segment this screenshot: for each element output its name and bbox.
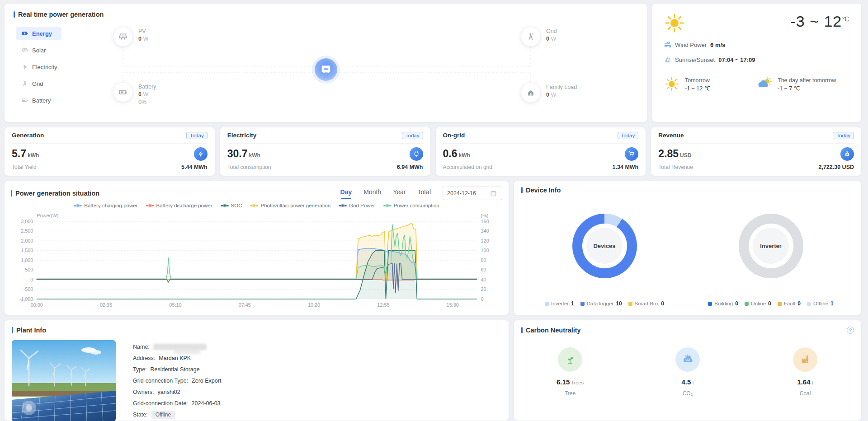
legend-marker	[74, 205, 82, 206]
devices-donut-legend: Inverter1 Data logger10 Smart Box0	[521, 298, 688, 309]
menu-item-energy[interactable]: Energy	[16, 27, 61, 40]
legend-pv-generation[interactable]: Photovoltaic power generation	[250, 203, 330, 208]
temperature-range: -3 ~ 12℃	[790, 13, 849, 30]
legend-swatch	[545, 302, 549, 306]
cart-icon	[625, 147, 638, 161]
inverter-donut-wrap: Inverter	[688, 194, 854, 298]
inverter-donut-center-label: Inverter	[753, 228, 789, 264]
tree-label: Tree	[565, 390, 576, 397]
help-icon[interactable]: ?	[847, 327, 854, 334]
devices-donut-wrap: Devices	[521, 194, 688, 298]
generation-line-chart[interactable]: Power(W)(%)3,0001602,5001402,0001201,500…	[11, 213, 502, 309]
forecast-day-after: The day after tomorrow -1 ~ 7 ℃	[757, 76, 849, 92]
svg-text:80: 80	[481, 257, 486, 263]
today-badge[interactable]: Today	[618, 132, 639, 139]
svg-text:0: 0	[481, 296, 484, 302]
battery-icon	[22, 97, 28, 103]
svg-text:500: 500	[25, 267, 33, 273]
svg-text:2,000: 2,000	[21, 238, 33, 243]
legend-data-logger[interactable]: Data logger10	[580, 300, 622, 307]
menu-item-battery[interactable]: Battery	[16, 94, 61, 107]
plug-bolt-icon	[410, 147, 423, 161]
load-node-label: Family Load 0 W	[546, 83, 577, 99]
forecast-label: Tomorrow	[685, 76, 711, 85]
date-picker[interactable]	[443, 187, 502, 200]
inverter-donut-chart[interactable]: Inverter	[739, 214, 803, 278]
legend-building[interactable]: Building0	[708, 300, 738, 307]
legend-swatch	[807, 302, 811, 306]
title-accent-bar	[521, 327, 523, 333]
power-generation-panel: Power generation situation Day Month Yea…	[5, 181, 509, 315]
calendar-icon	[491, 191, 496, 196]
svg-text:160: 160	[481, 219, 489, 224]
co2-label: CO₂	[683, 390, 693, 397]
svg-text:100: 100	[481, 248, 489, 253]
svg-text:20: 20	[481, 286, 486, 292]
svg-text:07:45: 07:45	[239, 302, 251, 308]
svg-text:-1,000: -1,000	[19, 296, 33, 302]
cloud-sun-icon	[757, 76, 772, 92]
tab-year[interactable]: Year	[393, 188, 406, 198]
legend-smart-box[interactable]: Smart Box0	[628, 300, 664, 307]
tab-total[interactable]: Total	[417, 188, 431, 198]
legend-grid-power[interactable]: Grid Power	[339, 203, 375, 208]
forecast-temp: -1 ~ 12 ℃	[685, 85, 711, 92]
stats-row: Generation Today 5.7kWh Total Yield 5.44…	[5, 127, 861, 176]
legend-battery-discharge[interactable]: Battery discharge power	[146, 203, 212, 208]
co2-cloud-icon: CO	[675, 347, 700, 372]
menu-label: Solar	[32, 47, 46, 54]
today-badge[interactable]: Today	[186, 132, 208, 139]
stat-value: 5.7kWh	[12, 148, 39, 160]
legend-online[interactable]: Online0	[745, 300, 771, 307]
grid-node-circle	[521, 27, 541, 47]
legend-battery-charging[interactable]: Battery charging power	[74, 203, 137, 208]
battery-node: Battery 0 W 0%	[113, 82, 156, 106]
plant-photo	[12, 340, 116, 421]
inverter-node	[315, 58, 337, 81]
today-badge[interactable]: Today	[833, 132, 854, 139]
legend-offline[interactable]: Offline1	[807, 300, 834, 307]
svg-text:40: 40	[481, 277, 486, 282]
svg-text:1,000: 1,000	[21, 257, 33, 263]
legend-fault[interactable]: Fault0	[778, 300, 801, 307]
svg-text:02:35: 02:35	[100, 302, 112, 308]
today-badge[interactable]: Today	[402, 132, 423, 139]
wind-power-row: Wind Power 6 m/s	[664, 41, 849, 48]
sunrise-label: Sunrise/Sunset	[675, 56, 715, 63]
tab-month[interactable]: Month	[363, 188, 381, 198]
stat-footer-value: 6.94 MWh	[397, 164, 423, 170]
carbon-neutrality-panel: Carbon Neutrality ? 6.15Trees Tree CO 4.…	[514, 320, 861, 421]
battery-node-label: Battery 0 W 0%	[138, 82, 156, 106]
pv-node-circle	[113, 27, 133, 47]
tab-day[interactable]: Day	[340, 188, 352, 198]
date-input[interactable]	[447, 190, 488, 196]
menu-item-grid[interactable]: Grid	[16, 77, 61, 90]
wind-icon	[664, 41, 671, 48]
chart-panel-title: Power generation situation	[11, 190, 99, 197]
menu-label: Grid	[32, 80, 43, 87]
legend-soc[interactable]: SOC	[221, 203, 242, 208]
carbon-title-text: Carbon Neutrality	[526, 327, 581, 334]
plant-fields: Name: Address: Mardan KPK Type: Resident…	[133, 340, 221, 421]
redacted-name-value	[153, 344, 207, 350]
title-accent-bar	[12, 327, 13, 333]
forecast-tomorrow: Tomorrow -1 ~ 12 ℃	[664, 76, 757, 92]
legend-power-consumption[interactable]: Power consumption	[383, 203, 439, 208]
factory-icon	[793, 347, 817, 372]
plant-field-grid-connection-date: Grid-connection Date: 2024-06-03	[133, 398, 221, 409]
devices-donut-chart[interactable]: Devices	[572, 214, 637, 278]
legend-swatch	[708, 302, 712, 306]
forecast-label: The day after tomorrow	[778, 76, 836, 85]
menu-item-electricity[interactable]: Electricity	[16, 61, 61, 73]
energy-icon	[22, 30, 28, 37]
family-load-node: Family Load 0 W	[521, 83, 577, 103]
legend-marker	[383, 205, 392, 206]
svg-text:10:20: 10:20	[308, 302, 320, 308]
stat-title: Electricity	[227, 132, 257, 139]
stat-card-ongrid: On-grid Today 0.6kWh Accumulated on grid…	[436, 127, 646, 176]
solar-panel-icon	[22, 47, 28, 53]
stat-value: 30.7kWh	[227, 148, 260, 160]
legend-swatch	[745, 302, 749, 306]
legend-inverter[interactable]: Inverter1	[545, 300, 574, 307]
menu-item-solar[interactable]: Solar	[16, 44, 61, 56]
